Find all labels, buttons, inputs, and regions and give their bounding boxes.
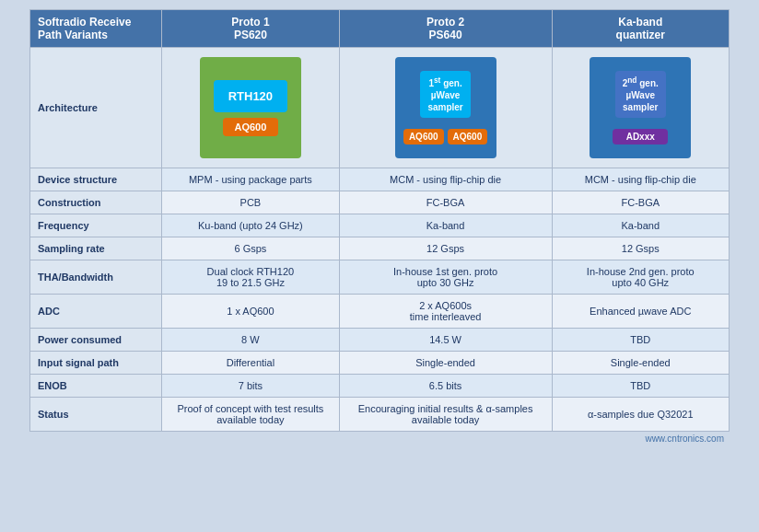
input-signal-label: Input signal path bbox=[30, 352, 162, 375]
header-col2: Proto 2PS640 bbox=[339, 10, 552, 48]
construction-col3: FC-BGA bbox=[552, 191, 730, 214]
input-signal-col1: Differential bbox=[162, 352, 339, 375]
tha-row: THA/Bandwidth Dual clock RTH12019 to 21.… bbox=[30, 260, 730, 295]
header-title: Softradio Receive Path Variants bbox=[30, 10, 162, 48]
frequency-row: Frequency Ku-band (upto 24 GHz) Ka-band … bbox=[30, 214, 730, 237]
watermark: www.cntronics.com bbox=[29, 432, 730, 445]
sampling-rate-label: Sampling rate bbox=[30, 237, 162, 260]
aq600-chip-proto2a: AQ600 bbox=[403, 129, 444, 145]
sampling-rate-col2: 12 Gsps bbox=[339, 237, 552, 260]
adc-col3: Enhanced µwave ADC bbox=[552, 295, 730, 329]
enob-label: ENOB bbox=[30, 375, 162, 398]
status-col3: α-samples due Q32021 bbox=[552, 398, 730, 432]
device-structure-label: Device structure bbox=[30, 168, 162, 191]
power-row: Power consumed 8 W 14.5 W TBD bbox=[30, 329, 730, 352]
construction-col1: PCB bbox=[162, 191, 339, 214]
architecture-label: Architecture bbox=[30, 48, 162, 168]
arch-proto1: RTH120 AQ600 bbox=[162, 48, 339, 168]
device-structure-col3: MCM - using flip-chip die bbox=[552, 168, 730, 191]
adc-col2: 2 x AQ600stime interleaved bbox=[339, 295, 552, 329]
adc-label: ADC bbox=[30, 295, 162, 329]
frequency-col1: Ku-band (upto 24 GHz) bbox=[162, 214, 339, 237]
sampling-rate-col1: 6 Gsps bbox=[162, 237, 339, 260]
input-signal-row: Input signal path Differential Single-en… bbox=[30, 352, 730, 375]
tha-col1: Dual clock RTH12019 to 21.5 GHz bbox=[162, 260, 339, 295]
construction-col2: FC-BGA bbox=[339, 191, 552, 214]
arch-kaband: 2nd gen.µWavesampler ADxxx bbox=[552, 48, 730, 168]
adxxx-chip: ADxxx bbox=[613, 129, 668, 145]
device-structure-col2: MCM - using flip-chip die bbox=[339, 168, 552, 191]
frequency-col3: Ka-band bbox=[552, 214, 730, 237]
header-col1: Proto 1PS620 bbox=[162, 10, 339, 48]
header-col3: Ka-bandquantizer bbox=[552, 10, 730, 48]
frequency-col2: Ka-band bbox=[339, 214, 552, 237]
comparison-table: Softradio Receive Path Variants Proto 1P… bbox=[29, 9, 730, 432]
status-col1: Proof of concept with test results avail… bbox=[162, 398, 339, 432]
adc-row: ADC 1 x AQ600 2 x AQ600stime interleaved… bbox=[30, 295, 730, 329]
construction-label: Construction bbox=[30, 191, 162, 214]
enob-col1: 7 bits bbox=[162, 375, 339, 398]
uwave-sampler-1st: 1st gen.µWavesampler bbox=[420, 71, 470, 118]
tha-col2: In-house 1st gen. protoupto 30 GHz bbox=[339, 260, 552, 295]
aq600-chip-proto2b: AQ600 bbox=[448, 129, 488, 145]
uwave-sampler-2nd: 2nd gen.µWavesampler bbox=[615, 71, 666, 118]
power-col1: 8 W bbox=[162, 329, 339, 352]
frequency-label: Frequency bbox=[30, 214, 162, 237]
sampling-rate-row: Sampling rate 6 Gsps 12 Gsps 12 Gsps bbox=[30, 237, 730, 260]
enob-row: ENOB 7 bits 6.5 bits TBD bbox=[30, 375, 730, 398]
arch-proto2: 1st gen.µWavesampler AQ600 AQ600 bbox=[339, 48, 552, 168]
power-col2: 14.5 W bbox=[339, 329, 552, 352]
aq600-chip-proto1: AQ600 bbox=[223, 118, 278, 136]
enob-col3: TBD bbox=[552, 375, 730, 398]
sampling-rate-col3: 12 Gsps bbox=[552, 237, 730, 260]
status-row: Status Proof of concept with test result… bbox=[30, 398, 730, 432]
device-structure-col1: MPM - using package parts bbox=[162, 168, 339, 191]
power-col3: TBD bbox=[552, 329, 730, 352]
status-col2: Encouraging initial results & α-samples … bbox=[339, 398, 552, 432]
input-signal-col3: Single-ended bbox=[552, 352, 730, 375]
power-label: Power consumed bbox=[30, 329, 162, 352]
tha-col3: In-house 2nd gen. protoupto 40 GHz bbox=[552, 260, 730, 295]
tha-label: THA/Bandwidth bbox=[30, 260, 162, 295]
construction-row: Construction PCB FC-BGA FC-BGA bbox=[30, 191, 730, 214]
adc-col1: 1 x AQ600 bbox=[162, 295, 339, 329]
architecture-row: Architecture RTH120 AQ600 1st gen.µWaves… bbox=[30, 48, 730, 168]
enob-col2: 6.5 bits bbox=[339, 375, 552, 398]
device-structure-row: Device structure MPM - using package par… bbox=[30, 168, 730, 191]
rth120-chip: RTH120 bbox=[214, 80, 287, 112]
status-label: Status bbox=[30, 398, 162, 432]
input-signal-col2: Single-ended bbox=[339, 352, 552, 375]
